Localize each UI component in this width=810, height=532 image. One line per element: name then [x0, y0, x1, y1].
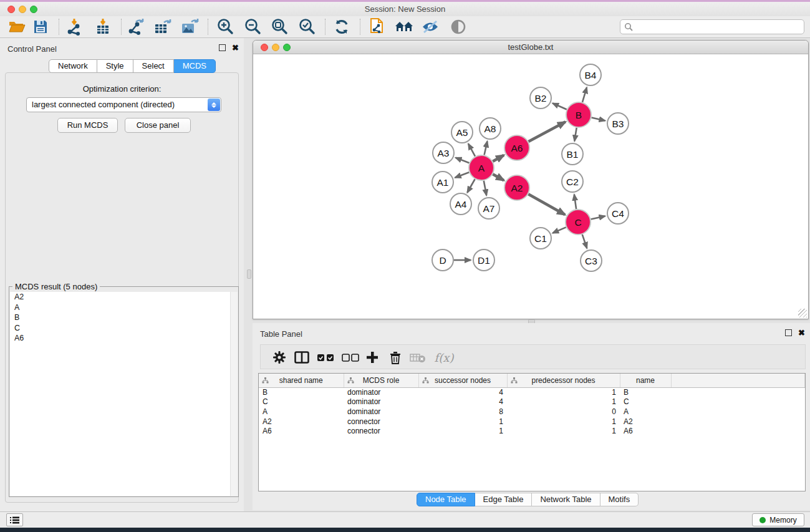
table-cell[interactable]	[671, 387, 805, 397]
network-graph-canvas[interactable]: AA1A2A3A4A5A6A7A8BB1B2B3B4CC1C2C3C4DD1	[253, 54, 808, 319]
run-mcds-button[interactable]: Run MCDS	[57, 118, 118, 133]
close-network-window-button[interactable]	[261, 44, 268, 51]
table-cell[interactable]: 0	[507, 407, 620, 417]
tab-mcds[interactable]: MCDS	[174, 59, 216, 73]
table-cell[interactable]: 1	[507, 426, 620, 436]
table-cell[interactable]	[671, 397, 805, 407]
function-builder-icon[interactable]: f(x)	[434, 348, 454, 367]
create-column-plus-icon[interactable]	[362, 348, 382, 367]
graph-edge[interactable]	[485, 141, 488, 155]
tab-style[interactable]: Style	[97, 59, 133, 73]
table-row[interactable]: A6connector11A6	[259, 426, 805, 436]
mcds-result-list[interactable]: A2ABCA6	[10, 292, 238, 496]
tab-motifs[interactable]: Motifs	[600, 493, 639, 506]
export-table-icon[interactable]	[151, 17, 175, 36]
table-cell[interactable]: A2	[259, 417, 344, 427]
table-row[interactable]: Adominator80A	[259, 407, 805, 417]
tab-select[interactable]: Select	[133, 59, 174, 73]
graph-edge[interactable]	[493, 174, 504, 180]
criterion-dropdown[interactable]: largest connected component (directed)	[26, 97, 221, 112]
graph-edge[interactable]	[528, 194, 565, 215]
network-view-window[interactable]: testGlobe.txt AA1A2A3A4A5A6A7A8BB1B2B3B4…	[253, 40, 809, 319]
table-cell[interactable]	[671, 407, 805, 417]
window-resize-grip[interactable]	[798, 309, 807, 317]
tab-node-table[interactable]: Node Table	[417, 493, 475, 506]
search-input[interactable]	[620, 19, 804, 34]
table-cell[interactable]: B	[620, 387, 671, 397]
close-window-button[interactable]	[7, 6, 15, 13]
column-header-mcds-role[interactable]: MCDS role	[344, 374, 418, 387]
zoom-network-window-button[interactable]	[283, 44, 291, 51]
show-columns-icon[interactable]	[292, 348, 312, 367]
network-window-titlebar[interactable]: testGlobe.txt	[253, 41, 808, 54]
zoom-out-icon[interactable]	[241, 17, 264, 36]
result-list-item[interactable]: B	[10, 312, 238, 323]
tab-network[interactable]: Network	[49, 59, 97, 73]
memory-button[interactable]: Memory	[752, 513, 804, 526]
result-list-item[interactable]: A2	[10, 292, 238, 302]
graph-edge[interactable]	[529, 122, 566, 142]
float-panel-icon[interactable]	[219, 44, 226, 51]
table-row[interactable]: Cdominator41C	[259, 397, 805, 407]
task-history-button[interactable]	[6, 513, 23, 526]
table-cell[interactable]: A	[259, 407, 344, 417]
graph-edge[interactable]	[552, 103, 567, 109]
table-cell[interactable]: 1	[418, 426, 507, 436]
table-cell[interactable]: A6	[620, 426, 671, 436]
table-cell[interactable]: B	[259, 387, 344, 397]
table-cell[interactable]: A6	[259, 426, 344, 436]
minimize-window-button[interactable]	[19, 6, 26, 13]
close-table-panel-icon[interactable]: ✖	[798, 329, 805, 336]
table-cell[interactable]: C	[620, 397, 671, 407]
graph-edge[interactable]	[582, 235, 587, 248]
table-cell[interactable]: 4	[418, 397, 507, 407]
table-cell[interactable]: 8	[418, 407, 507, 417]
zoom-in-icon[interactable]	[213, 17, 237, 36]
result-list-item[interactable]: A	[10, 302, 238, 313]
column-header-name[interactable]: name	[620, 374, 671, 387]
graph-edge[interactable]	[468, 143, 475, 156]
table-cell[interactable]: dominator	[344, 407, 418, 417]
table-cell[interactable]: 1	[507, 397, 620, 407]
zoom-window-button[interactable]	[30, 6, 37, 13]
column-header-shared-name[interactable]: shared name	[259, 374, 344, 387]
graph-edge[interactable]	[574, 128, 576, 142]
minimize-network-window-button[interactable]	[272, 44, 279, 51]
column-header-successor-nodes[interactable]: successor nodes	[418, 374, 507, 387]
table-cell[interactable]: A	[620, 407, 671, 417]
graph-edge[interactable]	[467, 179, 475, 192]
dropdown-stepper-icon[interactable]	[208, 99, 220, 111]
clone-network-icon[interactable]	[365, 17, 389, 36]
delete-columns-trash-icon[interactable]	[385, 348, 405, 367]
refresh-icon[interactable]	[330, 17, 354, 36]
close-panel-icon[interactable]: ✖	[232, 44, 239, 51]
zoom-selected-icon[interactable]	[295, 17, 319, 36]
table-cell[interactable]: dominator	[344, 387, 418, 397]
table-row[interactable]: Bdominator41B	[259, 387, 805, 397]
table-cell[interactable]: 4	[418, 387, 507, 397]
graph-edge[interactable]	[493, 155, 504, 162]
table-cell[interactable]: connector	[344, 417, 418, 427]
graph-edge[interactable]	[582, 87, 587, 102]
hide-selected-eye-icon[interactable]	[418, 17, 442, 36]
graph-edge[interactable]	[574, 195, 576, 209]
graph-edge[interactable]	[591, 118, 605, 121]
table-cell[interactable]: 1	[418, 417, 507, 427]
result-list-item[interactable]: A6	[10, 333, 238, 344]
open-session-folder-icon[interactable]	[5, 17, 29, 36]
zoom-fit-icon[interactable]	[268, 17, 291, 36]
float-table-panel-icon[interactable]	[785, 329, 792, 336]
table-cell[interactable]: connector	[344, 426, 418, 436]
column-header-predecessor-nodes[interactable]: predecessor nodes	[507, 374, 620, 387]
deselect-all-icon[interactable]	[340, 348, 360, 367]
graph-edge[interactable]	[456, 158, 470, 163]
graph-edge[interactable]	[552, 227, 566, 233]
result-scrollbar[interactable]	[230, 292, 238, 496]
result-list-item[interactable]: C	[10, 323, 238, 334]
close-panel-button[interactable]: Close panel	[125, 118, 191, 133]
save-session-icon[interactable]	[29, 17, 52, 36]
tab-network-table[interactable]: Network Table	[532, 493, 600, 506]
table-cell[interactable]: 1	[507, 417, 620, 427]
graph-edge[interactable]	[455, 172, 470, 177]
delete-table-icon[interactable]	[408, 348, 428, 367]
